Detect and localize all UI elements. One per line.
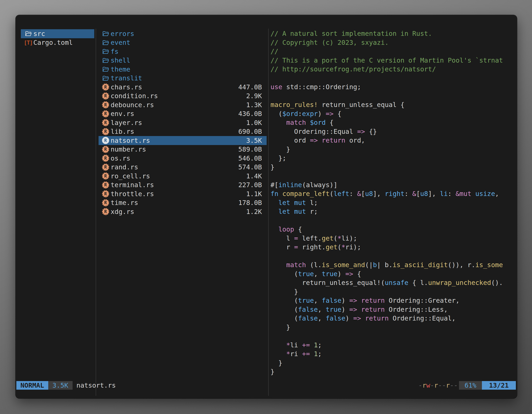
code-line: let mut r; (270, 207, 514, 216)
preview-pane: // A natural sort implementation in Rust… (270, 29, 514, 382)
entry-name: errors (111, 30, 134, 38)
code-line (270, 92, 514, 101)
code-line: // This is a port of the C version of Ma… (270, 56, 514, 65)
file-row-fs[interactable]: fs (99, 47, 267, 56)
entry-size: 436.0B (238, 110, 262, 118)
file-row-condition.rs[interactable]: Rcondition.rs2.9K (99, 92, 267, 101)
scroll-percent-indicator: 61% (459, 381, 482, 390)
file-row-os.rs[interactable]: Ros.rs546.0B (99, 154, 267, 163)
code-line: (false, true) => return Ordering::Less, (270, 305, 514, 314)
status-bar: NORMAL 3.5K natsort.rs -rw-r--r-- 61% 13… (16, 381, 516, 390)
file-size-indicator: 3.5K (48, 381, 73, 390)
rust-file-icon: R (102, 164, 109, 171)
code-line: (true, true) => { (270, 270, 514, 279)
entry-name: chars.rs (111, 83, 142, 91)
code-line: *li += 1; (270, 341, 514, 350)
code-line: } (270, 145, 514, 154)
pane-separator-right (268, 29, 269, 396)
rust-file-icon: R (102, 137, 109, 144)
code-line: let mut l; (270, 198, 514, 207)
file-row-chars.rs[interactable]: Rchars.rs447.0B (99, 83, 267, 92)
entry-size: 1.1K (246, 190, 262, 198)
code-line (270, 74, 514, 83)
pane-separator-left (96, 29, 96, 396)
entry-name: number.rs (111, 145, 146, 153)
rust-file-icon: R (102, 128, 109, 135)
entry-size: 227.0B (238, 181, 262, 189)
file-row-time.rs[interactable]: Rtime.rs178.0B (99, 198, 267, 207)
folder-open-icon (102, 48, 109, 55)
file-row-rand.rs[interactable]: Rrand.rs574.0B (99, 163, 267, 172)
current-dir-pane: errorseventfsshellthemetranslitRchars.rs… (99, 29, 267, 216)
entry-name: xdg.rs (111, 208, 134, 216)
entry-size: 1.0K (246, 119, 262, 127)
parent-row-src[interactable]: src (21, 29, 94, 38)
code-line (270, 172, 514, 181)
folder-open-icon (102, 75, 109, 82)
code-line: macro_rules! return_unless_equal { (270, 100, 514, 109)
folder-open-icon (102, 39, 109, 46)
file-row-translit[interactable]: translit (99, 74, 267, 83)
entry-name: Cargo.toml (33, 39, 73, 47)
code-line: ord => return ord, (270, 136, 514, 145)
file-row-shell[interactable]: shell (99, 56, 267, 65)
code-line: // Copyright (c) 2023, sxyazi. (270, 38, 514, 47)
rust-file-icon: R (102, 155, 109, 162)
folder-open-icon (102, 66, 109, 73)
file-row-env.rs[interactable]: Renv.rs436.0B (99, 109, 267, 118)
code-line: use std::cmp::Ordering; (270, 83, 514, 92)
entry-name: debounce.rs (111, 101, 154, 109)
entry-name: condition.rs (111, 92, 158, 100)
rust-file-icon: R (102, 146, 109, 153)
file-row-natsort.rs[interactable]: Rnatsort.rs3.5K (99, 136, 267, 145)
entry-size: 447.0B (238, 83, 262, 91)
parent-row-Cargo.toml[interactable]: [T]Cargo.toml (21, 38, 94, 47)
entry-name: ro_cell.rs (111, 172, 150, 180)
file-row-throttle.rs[interactable]: Rthrottle.rs1.1K (99, 189, 267, 198)
file-row-event[interactable]: event (99, 38, 267, 47)
entry-name: event (111, 39, 130, 47)
entry-name: layer.rs (111, 119, 142, 127)
rust-file-icon: R (102, 173, 109, 180)
entry-size: 589.0B (238, 145, 262, 153)
code-line: } (270, 367, 514, 376)
code-line: } (270, 323, 514, 332)
parent-pane: src[T]Cargo.toml (21, 29, 94, 47)
entry-size: 1.2K (246, 208, 262, 216)
rust-file-icon: R (102, 92, 109, 100)
file-row-debounce.rs[interactable]: Rdebounce.rs1.3K (99, 100, 267, 109)
rust-file-icon: R (102, 83, 109, 91)
code-line: match $ord { (270, 118, 514, 127)
permissions-indicator: -rw-r--r-- (418, 381, 458, 390)
entry-name: translit (111, 74, 142, 82)
code-line (270, 332, 514, 341)
cursor-position-indicator: 13/21 (482, 381, 516, 390)
file-row-ro_cell.rs[interactable]: Rro_cell.rs1.4K (99, 172, 267, 181)
entry-size: 546.0B (238, 154, 262, 162)
rust-file-icon: R (102, 181, 109, 189)
rust-file-icon: R (102, 190, 109, 198)
mode-indicator: NORMAL (16, 381, 48, 390)
entry-name: time.rs (111, 199, 138, 207)
file-row-errors[interactable]: errors (99, 29, 267, 38)
entry-name: src (33, 30, 45, 38)
entry-size: 178.0B (238, 199, 262, 207)
file-row-number.rs[interactable]: Rnumber.rs589.0B (99, 145, 267, 154)
code-line: } (270, 287, 514, 296)
status-filename: natsort.rs (76, 381, 116, 390)
entry-name: os.rs (111, 154, 130, 162)
rust-file-icon: R (102, 199, 109, 206)
file-row-layer.rs[interactable]: Rlayer.rs1.0K (99, 118, 267, 127)
entry-size: 1.4K (246, 172, 262, 180)
file-row-xdg.rs[interactable]: Rxdg.rs1.2K (99, 207, 267, 216)
code-line: // http://sourcefrog.net/projects/natsor… (270, 65, 514, 74)
file-row-lib.rs[interactable]: Rlib.rs690.0B (99, 127, 267, 136)
entry-name: fs (111, 48, 119, 55)
entry-name: throttle.rs (111, 190, 154, 198)
code-line: *ri += 1; (270, 350, 514, 359)
entry-size: 1.3K (246, 101, 262, 109)
file-row-terminal.rs[interactable]: Rterminal.rs227.0B (99, 181, 267, 190)
file-row-theme[interactable]: theme (99, 65, 267, 74)
code-line: } (270, 163, 514, 172)
rust-file-icon: R (102, 110, 109, 117)
